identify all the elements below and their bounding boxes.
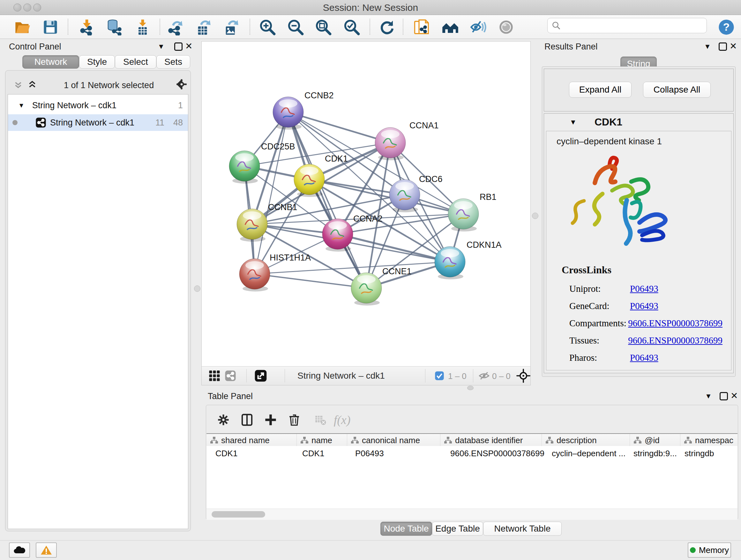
section-disclosure-icon[interactable]: ▼ [569,118,577,126]
cloud-icon [13,546,26,555]
clone-network-icon[interactable] [412,17,431,37]
column-header[interactable]: name [297,434,347,447]
select-columns-icon[interactable] [238,411,256,429]
network-canvas[interactable]: CCNB2CCNA1CDC25BCDK1CDC6RB1CCNB1CCNA2CDK… [201,41,531,385]
right-splitter-handle[interactable] [532,212,538,219]
maximize-panel-icon[interactable] [720,392,728,400]
crosslink-row: Tissues: 9606.ENSP00000378699 [569,332,723,349]
network-node[interactable]: CDC6 [389,174,443,212]
selected-checkbox-icon[interactable] [434,371,444,382]
zoom-out-icon[interactable] [286,17,305,37]
network-edge[interactable] [255,274,366,288]
open-in-window-icon[interactable] [254,369,267,383]
warnings-button[interactable] [36,543,57,558]
network-edge-count: 48 [173,118,183,128]
network-node[interactable]: HIST1H1A [239,253,311,292]
collapse-all-networks-icon[interactable] [13,79,23,91]
disclosure-triangle-icon[interactable]: ▼ [18,102,24,109]
network-node[interactable]: CDK1 [294,154,348,197]
network-node[interactable]: CDC25B [229,142,295,184]
network-edge[interactable] [288,112,390,143]
tab-select[interactable]: Select [115,55,156,69]
export-image-icon[interactable] [222,17,241,37]
grey-sphere-icon[interactable] [496,17,516,37]
horizontal-scrollbar[interactable] [206,509,738,520]
crosslink-link[interactable]: 9606.ENSP00000378699 [628,335,723,346]
crosslink-link[interactable]: P06493 [630,284,658,294]
tab-edge-table[interactable]: Edge Table [432,522,483,536]
tab-style[interactable]: Style [79,55,115,69]
crosslink-link[interactable]: P06493 [630,301,658,311]
crosslink-link[interactable]: P06493 [630,353,658,363]
column-header[interactable]: canonical name [347,434,441,447]
save-session-icon[interactable] [41,17,60,37]
network-edge[interactable] [338,234,450,262]
collection-label: String Network – cdk1 [32,101,117,111]
tab-network-table[interactable]: Network Table [483,522,562,536]
export-table-icon[interactable] [194,17,213,37]
help-icon[interactable]: ? [717,17,736,37]
network-graph[interactable]: CCNB2CCNA1CDC25BCDK1CDC6RB1CCNB1CCNA2CDK… [202,42,530,367]
network-node[interactable]: RB1 [448,192,496,232]
tab-node-table[interactable]: Node Table [381,522,432,536]
column-type-icon [634,436,642,444]
fit-crosshair-icon[interactable] [516,369,530,384]
zoom-in-icon[interactable] [258,17,277,37]
import-table-icon[interactable] [133,17,152,37]
column-header[interactable]: @id [630,434,680,447]
hidden-eye-slash-icon[interactable] [479,371,489,382]
maximize-panel-icon[interactable] [719,43,727,51]
close-panel-icon[interactable]: ✕ [185,42,192,51]
open-session-icon[interactable] [13,17,32,37]
table-gear-icon[interactable] [214,411,232,429]
scrollbar-thumb[interactable] [212,511,265,517]
left-splitter-handle[interactable] [194,286,200,292]
import-database-icon[interactable] [104,17,123,37]
network-collection-row[interactable]: ▼ String Network – cdk1 1 [8,97,188,114]
crosslink-link[interactable]: 9606.ENSP00000378699 [628,318,723,328]
close-panel-icon[interactable]: ✕ [731,391,738,400]
column-header[interactable]: database identifier [441,434,542,447]
network-row-selected[interactable]: String Network – cdk1 11 48 [8,114,188,131]
network-share-gray-icon[interactable] [225,370,236,383]
collapse-all-button[interactable]: Collapse All [643,82,711,98]
glass-ball-effect-icon[interactable] [469,17,488,37]
network-node[interactable]: CDKN1A [434,240,502,279]
search-field[interactable] [547,18,707,33]
add-column-icon[interactable] [262,411,280,429]
search-input[interactable] [564,20,706,31]
zoom-fit-icon[interactable] [314,17,333,37]
column-header[interactable]: description [542,434,630,447]
tab-network[interactable]: Network [22,55,79,69]
network-options-gear-icon[interactable] [176,78,188,91]
float-panel-icon[interactable]: ▼ [704,43,711,50]
horizontal-splitter-handle[interactable] [467,386,474,390]
import-network-icon[interactable] [77,17,96,37]
delete-column-icon[interactable] [285,411,303,429]
network-node[interactable]: CCNA1 [375,121,439,160]
string-home-icon[interactable] [441,17,460,37]
main-toolbar: ? [0,15,741,39]
float-panel-icon[interactable]: ▼ [158,43,165,50]
expand-all-button[interactable]: Expand All [569,82,631,98]
memory-button[interactable]: Memory [688,543,731,558]
crosslinks-list: Uniprot: P06493 GeneCard: P06493 Compart… [569,280,723,366]
results-panel-title: Results Panel [544,42,598,52]
node-label: CCNB2 [305,91,334,100]
birdseye-grid-icon[interactable] [209,370,220,383]
node-label: CCNB1 [268,202,297,212]
network-edge[interactable] [255,112,288,274]
cloud-button[interactable] [9,543,30,558]
column-header[interactable]: namespac [680,434,738,447]
export-network-icon[interactable] [166,17,185,37]
tab-sets[interactable]: Sets [156,55,190,69]
refresh-icon[interactable] [378,17,397,37]
status-bar: Memory [0,540,741,560]
zoom-selected-icon[interactable] [342,17,361,37]
column-header[interactable]: shared name [206,434,297,447]
expand-all-networks-icon[interactable] [27,79,38,91]
maximize-panel-icon[interactable] [174,43,183,51]
network-selection-summary: 1 of 1 Network selected [64,80,154,90]
float-panel-icon[interactable]: ▼ [705,393,712,400]
close-panel-icon[interactable]: ✕ [730,42,737,51]
